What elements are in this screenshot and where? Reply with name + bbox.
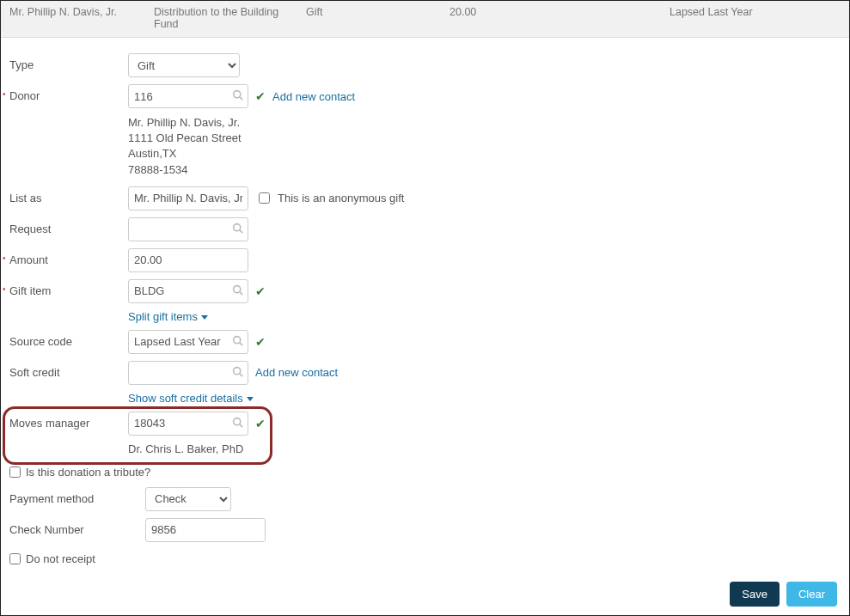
donor-address-block: Mr. Phillip N. Davis, Jr. 1111 Old Pecan… [128,115,841,178]
moves-manager-label: Moves manager [9,412,128,430]
anonymous-label: This is an anonymous gift [278,192,404,204]
add-new-contact-link-soft[interactable]: Add new contact [255,366,338,379]
tribute-label: Is this donation a tribute? [26,466,150,479]
anonymous-checkbox[interactable] [259,192,270,204]
amount-label: Amount [9,248,128,266]
donor-input[interactable] [128,84,248,108]
save-button[interactable]: Save [730,582,780,607]
tribute-checkbox[interactable] [9,467,21,478]
moves-manager-input[interactable] [128,412,248,436]
summary-distribution: Distribution to the Building Fund [154,6,306,30]
donor-zip-line: 78888-1534 [128,162,841,178]
check-icon: ✔ [255,417,266,430]
summary-source: Lapsed Last Year [670,6,841,30]
check-icon: ✔ [255,89,266,103]
summary-header: Mr. Phillip N. Davis, Jr. Distribution t… [1,1,849,38]
donor-name-line: Mr. Phillip N. Davis, Jr. [128,115,841,131]
gift-item-input[interactable] [128,279,248,303]
list-as-input[interactable] [128,186,248,210]
clear-button[interactable]: Clear [786,582,837,607]
type-select[interactable]: Gift [128,53,240,77]
do-not-receipt-checkbox[interactable] [9,553,21,564]
payment-method-select[interactable]: Check [145,487,231,511]
form-body: Type Gift Donor ✔ Add new contact [1,38,849,574]
donor-label: Donor [9,84,128,102]
donor-street-line: 1111 Old Pecan Street [128,131,841,146]
payment-method-label: Payment method [9,487,145,505]
request-input[interactable] [128,217,248,241]
source-code-input[interactable] [128,330,248,354]
do-not-receipt-label: Do not receipt [26,552,95,565]
split-gift-items-link[interactable]: Split gift items [128,310,208,323]
check-icon: ✔ [255,284,266,298]
summary-amount: 20.00 [449,6,670,30]
source-code-label: Source code [9,330,128,348]
type-label: Type [9,53,128,71]
soft-credit-label: Soft credit [9,361,128,379]
soft-credit-input[interactable] [128,361,248,385]
show-soft-credit-link[interactable]: Show soft credit details [128,392,254,405]
list-as-label: List as [9,186,128,204]
footer-buttons: Save Clear [730,582,837,607]
add-new-contact-link[interactable]: Add new contact [272,90,355,103]
check-icon: ✔ [255,335,266,349]
gift-entry-form: Mr. Phillip N. Davis, Jr. Distribution t… [0,0,850,616]
donor-city-line: Austin,TX [128,146,841,162]
moves-manager-name: Dr. Chris L. Baker, PhD [128,442,841,455]
summary-donor-name: Mr. Phillip N. Davis, Jr. [9,6,154,30]
request-label: Request [9,217,128,235]
check-number-input[interactable] [145,518,266,542]
summary-type: Gift [306,6,449,30]
check-number-label: Check Number [9,518,145,536]
amount-input[interactable] [128,248,248,272]
gift-item-label: Gift item [9,279,128,297]
